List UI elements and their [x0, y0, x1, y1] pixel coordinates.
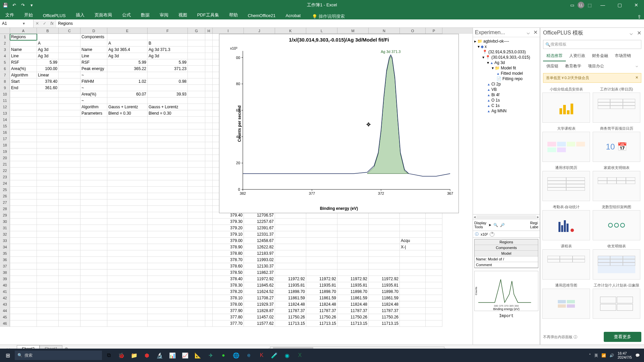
cell[interactable]: 11824.48	[369, 301, 400, 308]
cell[interactable]: Ag 3d 371.3	[148, 47, 188, 53]
cell[interactable]	[205, 199, 213, 206]
cell[interactable]	[205, 314, 213, 320]
taskbar-search[interactable]: 🔍 搜索	[15, 351, 102, 360]
cell[interactable]: 5.99	[107, 59, 148, 66]
cell[interactable]	[369, 219, 400, 225]
taskbar-app-1[interactable]: 🐞	[115, 350, 127, 361]
cell[interactable]	[400, 308, 426, 314]
cell[interactable]	[59, 117, 80, 123]
cell[interactable]	[59, 91, 80, 98]
cell[interactable]	[37, 263, 59, 269]
cell[interactable]: 377.70	[213, 320, 244, 327]
cell[interactable]	[148, 301, 188, 308]
row-header[interactable]: 19	[0, 148, 10, 155]
cell[interactable]	[205, 136, 213, 142]
cell[interactable]	[188, 187, 205, 193]
cell[interactable]	[107, 282, 148, 289]
cell[interactable]: 378.90	[213, 244, 244, 250]
cell[interactable]	[59, 72, 80, 78]
cell[interactable]	[80, 148, 107, 155]
cell[interactable]	[107, 320, 148, 327]
cell[interactable]	[10, 161, 37, 168]
cell[interactable]: Ag 3d	[107, 53, 148, 59]
cell[interactable]	[37, 308, 59, 314]
cell[interactable]	[59, 301, 80, 308]
cell[interactable]	[275, 263, 306, 269]
cell[interactable]	[205, 85, 213, 91]
col-header-O[interactable]: O	[400, 28, 426, 34]
cell[interactable]	[369, 263, 400, 269]
tree-cl2p[interactable]: Cl 2p	[491, 82, 501, 86]
cell[interactable]	[400, 289, 426, 295]
cell[interactable]: Gauss + Lorentz	[107, 104, 148, 110]
cell[interactable]	[205, 155, 213, 161]
cell[interactable]	[80, 180, 107, 187]
row-header[interactable]: 40	[0, 282, 10, 289]
cell[interactable]	[37, 225, 59, 231]
row-header[interactable]: 39	[0, 276, 10, 282]
row-header[interactable]: 14	[0, 117, 10, 123]
cell[interactable]	[37, 314, 59, 320]
cell[interactable]	[59, 206, 80, 212]
cell[interactable]	[37, 187, 59, 193]
cell[interactable]	[37, 168, 59, 174]
cell[interactable]	[148, 295, 188, 301]
tree-c1s[interactable]: C 1s	[491, 103, 500, 108]
cell[interactable]	[37, 34, 59, 40]
cell[interactable]	[148, 244, 188, 250]
cell[interactable]	[369, 238, 400, 244]
tab-pdftools[interactable]: PDF工具集	[195, 11, 221, 19]
cell[interactable]	[426, 257, 442, 263]
cell[interactable]: 378.20	[213, 289, 244, 295]
clock[interactable]: 16:472024/7/5	[618, 351, 632, 359]
cell[interactable]	[188, 219, 205, 225]
tree-bi4f[interactable]: Bi 4f	[491, 93, 499, 97]
cell[interactable]	[107, 199, 148, 206]
row-header[interactable]: 17	[0, 136, 10, 142]
tree-ag3d[interactable]: Ag 3d	[494, 60, 505, 65]
cell[interactable]: Peak energy	[80, 66, 107, 72]
cell[interactable]	[107, 244, 148, 250]
cell[interactable]: 11861.59	[337, 295, 369, 301]
cell[interactable]	[80, 187, 107, 193]
chevron-down-icon[interactable]: ⌵	[630, 30, 633, 36]
cell[interactable]	[306, 231, 337, 238]
cell[interactable]	[400, 250, 426, 257]
minimize-button[interactable]: —	[595, 0, 610, 10]
cell[interactable]	[107, 289, 148, 295]
cell[interactable]	[205, 263, 213, 269]
cell[interactable]	[148, 276, 188, 282]
cell[interactable]	[205, 250, 213, 257]
cell[interactable]	[107, 129, 148, 136]
cell[interactable]	[205, 289, 213, 295]
collapse-up-icon[interactable]: ⌃	[490, 232, 494, 237]
cell[interactable]	[205, 91, 213, 98]
row-header[interactable]: 20	[0, 155, 10, 161]
cell[interactable]	[426, 295, 442, 301]
cell[interactable]	[80, 282, 107, 289]
cell[interactable]	[148, 85, 188, 91]
cell[interactable]	[80, 314, 107, 320]
cell[interactable]	[10, 238, 37, 244]
cell[interactable]	[188, 161, 205, 168]
cell[interactable]	[10, 231, 37, 238]
cell[interactable]	[80, 308, 107, 314]
cell[interactable]: 11750.26	[275, 314, 306, 320]
cell[interactable]: 5.99	[148, 59, 188, 66]
cell[interactable]: B	[148, 40, 188, 47]
template-card[interactable]: 龙数型组织架构图	[593, 204, 640, 240]
cell[interactable]: 11898.70	[369, 289, 400, 295]
cell[interactable]	[59, 320, 80, 327]
cell[interactable]	[59, 276, 80, 282]
cell[interactable]: 11457.02	[244, 314, 275, 320]
cell[interactable]	[37, 123, 59, 129]
cell[interactable]	[10, 244, 37, 250]
cell[interactable]	[337, 231, 369, 238]
cell[interactable]	[59, 168, 80, 174]
cell[interactable]	[80, 289, 107, 295]
cell[interactable]	[188, 34, 205, 40]
cell[interactable]	[205, 219, 213, 225]
cell[interactable]	[80, 269, 107, 276]
cell[interactable]	[275, 219, 306, 225]
cell[interactable]	[205, 78, 213, 85]
